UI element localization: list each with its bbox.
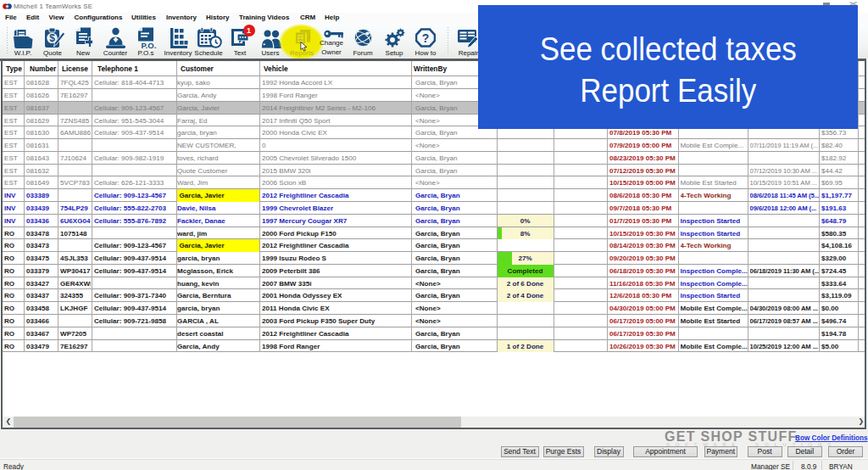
svg-text:?: ? bbox=[422, 31, 430, 45]
svg-text:$: $ bbox=[49, 32, 55, 44]
